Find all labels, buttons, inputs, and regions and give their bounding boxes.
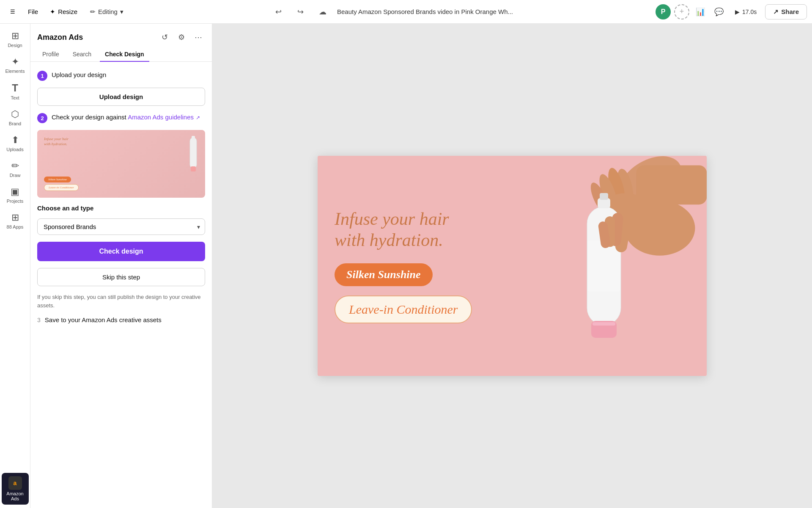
play-duration: 17.0s [742, 8, 757, 15]
undo-icon: ↩ [275, 7, 282, 17]
mini-badge-orange: Silken Sunshine [44, 177, 71, 182]
sidebar-item-label: Text [11, 95, 19, 100]
avatar[interactable]: P [656, 4, 671, 19]
hand-overlay-illustration [589, 156, 707, 277]
mini-canvas: Infuse your hairwith hydration. Silken S… [37, 130, 205, 198]
play-icon: ▶ [735, 8, 740, 15]
redo-icon: ↪ [297, 7, 304, 17]
preview-image-box: Infuse your hairwith hydration. Silken S… [37, 130, 205, 198]
amazon-ads-guidelines-link[interactable]: Amazon Ads guidelines ↗ [128, 113, 200, 121]
sidebar-item-elements[interactable]: ✦ Elements [2, 53, 29, 77]
mini-product-tube [187, 133, 200, 176]
skip-hint-text: If you skip this step, you can still pub… [37, 293, 205, 309]
canvas-badge-cream: Leave-in Conditioner [335, 295, 472, 323]
amazon-ads-icon: a [8, 476, 22, 490]
resize-button[interactable]: ✦ Resize [46, 6, 82, 18]
sidebar-item-label: Draw [10, 173, 21, 178]
sidebar-item-uploads[interactable]: ⬆ Uploads [2, 131, 29, 155]
sidebar-item-draw[interactable]: ✏ Draw [2, 157, 29, 181]
add-user-button[interactable]: + [674, 4, 689, 19]
guidelines-link-text: Amazon Ads guidelines [128, 113, 194, 121]
step1-row: 1 Upload your design [37, 70, 205, 81]
tab-search[interactable]: Search [68, 47, 96, 62]
sidebar-item-text[interactable]: T Text [2, 79, 29, 104]
sidebar-item-label: Uploads [6, 147, 23, 152]
play-button[interactable]: ▶ 17.0s [730, 6, 762, 18]
step2-row: 2 Check your design against Amazon Ads g… [37, 113, 205, 123]
canvas-area: Infuse your hair with hydration. Silken … [212, 24, 812, 508]
sidebar-item-amazon-ads[interactable]: a Amazon Ads [2, 473, 29, 505]
panel-body: 1 Upload your design Upload design 2 Che… [30, 62, 212, 332]
check-design-button[interactable]: Check design [37, 242, 205, 261]
step2-badge: 2 [37, 113, 47, 123]
step3-row: 3 Save to your Amazon Ads creative asset… [37, 316, 205, 323]
apps-icon: ⊞ [11, 212, 19, 223]
step1-label: Upload your design [52, 70, 106, 79]
sidebar-item-projects[interactable]: ▣ Projects [2, 183, 29, 207]
step2-text-prefix: Check your design against [52, 113, 128, 121]
mini-headline: Infuse your hairwith hydration. [44, 137, 69, 146]
skip-step-button[interactable]: Skip this step [37, 268, 205, 286]
editing-button[interactable]: ✏ Editing ▾ [85, 6, 129, 18]
chat-button[interactable]: 💬 [711, 4, 727, 19]
panel-tabs: Profile Search Check Design [30, 44, 212, 62]
canvas-headline: Infuse your hair with hydration. [335, 208, 495, 251]
canvas-left-content: Infuse your hair with hydration. Silken … [318, 156, 512, 376]
ad-type-label: Choose an ad type [37, 204, 205, 212]
cloud-save-button[interactable]: ☁ [315, 4, 330, 19]
step2-label: Check your design against Amazon Ads gui… [52, 113, 200, 122]
file-menu-button[interactable]: File [24, 6, 42, 18]
sidebar-item-label: Brand [9, 121, 21, 126]
refresh-button[interactable]: ↺ [158, 30, 171, 44]
ad-type-select[interactable]: Sponsored Brands Sponsored Products Spon… [37, 218, 205, 235]
plus-icon: + [680, 7, 684, 16]
ad-type-dropdown-wrapper: Sponsored Brands Sponsored Products Spon… [37, 218, 205, 235]
upload-design-button[interactable]: Upload design [37, 88, 205, 106]
main-area: ⊞ Design ✦ Elements T Text ⬡ Brand ⬆ Upl… [0, 24, 812, 508]
sidebar-item-label: 88 Apps [7, 224, 24, 229]
refresh-icon: ↺ [162, 33, 168, 42]
uploads-icon: ⬆ [11, 135, 19, 146]
settings-icon: ⚙ [178, 33, 185, 42]
canvas-frame[interactable]: Infuse your hair with hydration. Silken … [318, 156, 707, 376]
sidebar-item-apps[interactable]: ⊞ 88 Apps [2, 209, 29, 233]
stats-button[interactable]: 📊 [693, 4, 708, 19]
canvas-content: Infuse your hair with hydration. Silken … [318, 156, 707, 376]
tab-check-design[interactable]: Check Design [100, 47, 149, 62]
svg-rect-12 [593, 322, 615, 326]
tab-profile[interactable]: Profile [37, 47, 64, 62]
sidebar-item-label: Design [8, 43, 22, 48]
settings-button[interactable]: ⚙ [175, 30, 188, 44]
redo-button[interactable]: ↪ [293, 4, 308, 19]
draw-icon: ✏ [11, 160, 19, 171]
topbar-right: P + 📊 💬 ▶ 17.0s ↗ Share [656, 4, 807, 19]
cloud-icon: ☁ [319, 7, 326, 17]
chevron-down-icon: ▾ [120, 8, 123, 16]
headline-line2: with hydration. [335, 230, 443, 250]
topbar: ☰ File ✦ Resize ✏ Editing ▾ ↩ ↪ ☁ Beauty… [0, 0, 812, 24]
icon-sidebar: ⊞ Design ✦ Elements T Text ⬡ Brand ⬆ Upl… [0, 24, 30, 508]
topbar-left: ☰ File ✦ Resize ✏ Editing ▾ [5, 4, 129, 19]
mini-badge-cream: Leave-in Conditioner [44, 184, 79, 191]
projects-icon: ▣ [11, 186, 19, 197]
hamburger-button[interactable]: ☰ [5, 4, 20, 19]
canvas-right-content [493, 156, 707, 376]
panel-actions: ↺ ⚙ ⋯ [158, 30, 205, 44]
share-label: Share [781, 8, 799, 15]
resize-label: Resize [58, 8, 77, 15]
share-icon: ↗ [773, 8, 779, 16]
external-link-icon: ↗ [195, 115, 200, 121]
chat-icon: 💬 [714, 7, 724, 17]
text-icon: T [12, 82, 18, 94]
more-options-button[interactable]: ⋯ [192, 30, 205, 44]
step1-badge: 1 [37, 71, 47, 81]
undo-button[interactable]: ↩ [271, 4, 286, 19]
share-button[interactable]: ↗ Share [765, 4, 807, 19]
sidebar-item-design[interactable]: ⊞ Design [2, 27, 29, 51]
document-title: Beauty Amazon Sponsored Brands video in … [337, 8, 513, 15]
design-icon: ⊞ [11, 30, 19, 41]
step3-number: 3 [37, 317, 41, 323]
sidebar-item-label: Elements [5, 69, 25, 74]
canvas-badge-orange: Silken Sunshine [335, 263, 433, 286]
sidebar-item-brand[interactable]: ⬡ Brand [2, 105, 29, 130]
